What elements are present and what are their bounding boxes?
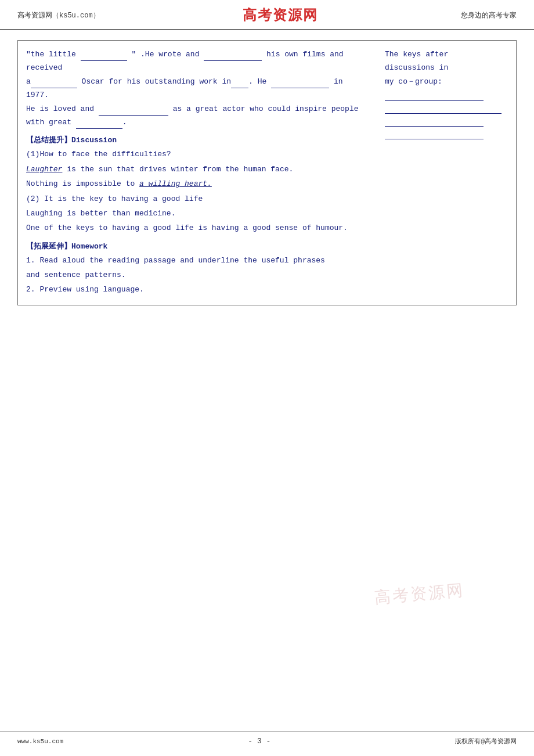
footer-left: www.ks5u.com (17, 738, 63, 745)
header-left: 高考资源网（ks5u.com） (17, 10, 100, 20)
keys-column: The keys after discussions in my co－grou… (377, 41, 517, 305)
blank-4 (231, 80, 248, 88)
blank-3 (31, 80, 77, 88)
page-footer: www.ks5u.com - 3 - 版权所有@高考资源网 (0, 732, 534, 746)
discussion-item-4: (2) It is the key to having a good life (26, 192, 369, 206)
content-table: "the little " .He wrote and his own film… (17, 40, 517, 305)
footer-right: 版权所有@高考资源网 (455, 737, 517, 746)
keys-line-1: The keys after (385, 50, 448, 59)
discussion-item-6: One of the keys to having a good life is… (26, 221, 369, 235)
intro-paragraph: "the little " .He wrote and his own film… (26, 48, 369, 129)
intro-text-8: He is loved and (26, 105, 99, 113)
intro-text-11: . (122, 118, 127, 127)
homework-item-2: and sentence patterns. (26, 268, 369, 282)
footer-page-number: - 3 - (248, 737, 270, 746)
keys-blank-2 (385, 106, 501, 114)
keys-blank-1 (385, 93, 484, 101)
blank-5 (271, 80, 329, 88)
keys-blank-4 (385, 131, 484, 139)
blank-2 (204, 53, 262, 61)
discussion-item-5: Laughing is better than medicine. (26, 207, 369, 220)
discussion-item-3: Nothing is impossible to a willing heart… (26, 177, 369, 190)
blank-6 (99, 107, 168, 116)
blank-7 (76, 121, 122, 129)
keys-line-2: discussions in (385, 63, 448, 72)
discussion-item-2: Laughter is the sun that drives winter f… (26, 163, 369, 176)
intro-text-4: a (26, 77, 31, 86)
header-right: 您身边的高考专家 (461, 10, 517, 20)
keys-blank-3 (385, 118, 484, 127)
homework-item-3: 2. Preview using language. (26, 283, 369, 296)
intro-text-9: as a great actor who could inspire peopl… (168, 105, 359, 113)
intro-text-6: . He (248, 77, 271, 86)
intro-text-5: Oscar for his outstanding work in (77, 77, 231, 86)
section1-title: 【总结提升】Discussion (26, 135, 369, 145)
keys-line-3: my co－group: (385, 77, 442, 86)
keys-text: The keys after discussions in my co－grou… (385, 48, 508, 88)
blank-1 (81, 53, 127, 61)
intro-text-2: " .He wrote and (127, 50, 204, 59)
watermark: 高考资源网 (374, 579, 466, 609)
main-content: "the little " .He wrote and his own film… (0, 30, 534, 329)
homework-item-1: 1. Read aloud the reading passage and un… (26, 254, 369, 267)
header-logo: 高考资源网 (243, 6, 318, 24)
intro-text-10: with great (26, 118, 76, 127)
discussion-item-1: (1)How to face the difficulties? (26, 147, 369, 161)
section2-title: 【拓展延伸】Homework (26, 241, 369, 251)
intro-text-1: "the little (26, 50, 81, 59)
main-column: "the little " .He wrote and his own film… (18, 41, 377, 305)
page-header: 高考资源网（ks5u.com） 高考资源网 您身边的高考专家 (0, 0, 534, 30)
